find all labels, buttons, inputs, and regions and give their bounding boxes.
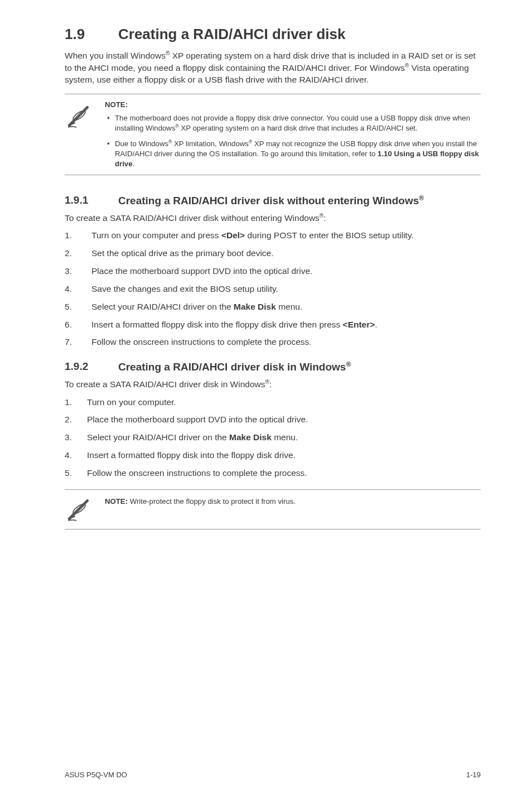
step-item: Select your RAID/AHCI driver on the Make… bbox=[65, 301, 481, 313]
footer-right: 1-19 bbox=[466, 771, 481, 779]
note-block-2: NOTE: Write-protect the floppy disk to p… bbox=[65, 489, 481, 530]
note-bullets-1: The motherboard does not provide a flopp… bbox=[105, 113, 481, 169]
step-item: Place the motherboard support DVD into t… bbox=[65, 266, 481, 277]
step-item: Turn on your computer. bbox=[65, 397, 481, 408]
step-item: Select your RAID/AHCI driver on the Make… bbox=[65, 432, 481, 444]
subsection-2-lead: To create a SATA RAID/AHCI driver disk i… bbox=[65, 378, 481, 391]
subsection-1-heading-text: Creating a RAID/AHCI driver disk without… bbox=[118, 194, 481, 208]
step-item: Insert a formatted floppy disk into the … bbox=[65, 319, 481, 331]
step-item: Insert a formatted floppy disk into the … bbox=[65, 450, 481, 461]
note-bullet: The motherboard does not provide a flopp… bbox=[105, 113, 481, 133]
subsection-2-title: 1.9.2 Creating a RAID/AHCI driver disk i… bbox=[65, 360, 481, 374]
subsection-1-steps: Turn on your computer and press <Del> du… bbox=[65, 230, 481, 348]
section-heading-text: Creating a RAID/AHCI driver disk bbox=[118, 26, 345, 42]
step-item: Place the motherboard support DVD into t… bbox=[65, 414, 481, 426]
note2-text: NOTE: Write-protect the floppy disk to p… bbox=[105, 497, 296, 506]
step-item: Set the optical drive as the primary boo… bbox=[65, 248, 481, 259]
subsection-1-lead: To create a SATA RAID/AHCI driver disk w… bbox=[65, 212, 481, 224]
pencil-note-icon bbox=[65, 493, 105, 526]
subsection-2-number: 1.9.2 bbox=[65, 360, 118, 374]
note-block-1: NOTE: The motherboard does not provide a… bbox=[65, 94, 481, 175]
step-item: Follow the onscreen instructions to comp… bbox=[65, 468, 481, 479]
note-content-2: NOTE: Write-protect the floppy disk to p… bbox=[105, 493, 481, 526]
footer-left: ASUS P5Q-VM DO bbox=[65, 771, 127, 779]
page: 1.9Creating a RAID/AHCI driver disk When… bbox=[0, 0, 532, 799]
section-number: 1.9 bbox=[65, 26, 118, 43]
note-bullet: Due to Windows® XP limitation, Windows® … bbox=[105, 139, 481, 169]
section-title: 1.9Creating a RAID/AHCI driver disk bbox=[65, 26, 481, 43]
pencil-note-icon bbox=[65, 100, 105, 169]
subsection-1-title: 1.9.1 Creating a RAID/AHCI driver disk w… bbox=[65, 194, 481, 208]
step-item: Turn on your computer and press <Del> du… bbox=[65, 230, 481, 242]
subsection-1-number: 1.9.1 bbox=[65, 194, 118, 208]
subsection-2-heading-text: Creating a RAID/AHCI driver disk in Wind… bbox=[118, 360, 481, 374]
step-item: Save the changes and exit the BIOS setup… bbox=[65, 283, 481, 295]
step-item: Follow the onscreen instructions to comp… bbox=[65, 336, 481, 348]
note-content-1: NOTE: The motherboard does not provide a… bbox=[105, 100, 481, 169]
subsection-2-steps: Turn on your computer. Place the motherb… bbox=[65, 397, 481, 480]
section-intro: When you install Windows® XP operating s… bbox=[65, 50, 481, 86]
page-footer: ASUS P5Q-VM DO 1-19 bbox=[65, 771, 481, 779]
note-head-1: NOTE: bbox=[105, 100, 481, 110]
